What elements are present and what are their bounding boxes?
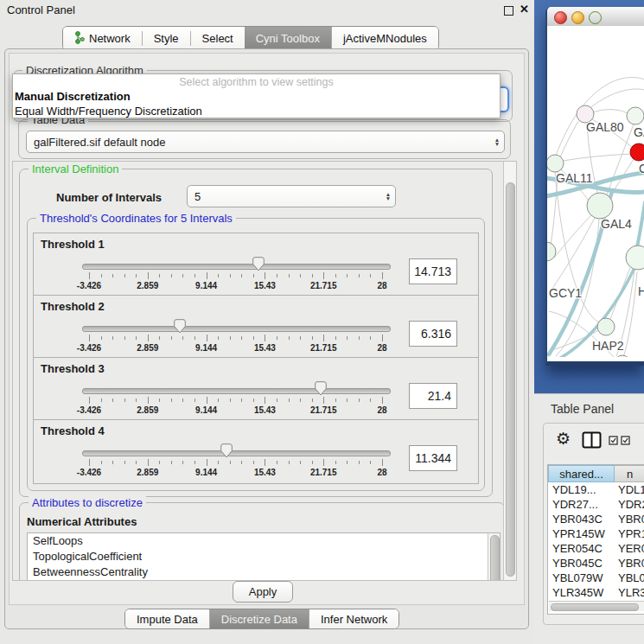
tick-mark — [112, 461, 113, 464]
tick-label: 2.859 — [137, 343, 158, 353]
table-horizontal-scrollbar[interactable] — [549, 601, 644, 611]
tick-mark — [159, 461, 160, 464]
slider-thumb[interactable] — [220, 443, 233, 458]
tick-mark — [230, 399, 231, 402]
number-of-intervals-combobox[interactable]: 5 ▲▼ — [187, 185, 396, 207]
table-row[interactable]: YPR145WYPR1 — [548, 526, 644, 541]
tick-mark — [171, 336, 172, 340]
cell-name: YDR2 — [615, 498, 644, 511]
tick-label: 21.715 — [310, 468, 337, 477]
table-panel-window: Table Panel ⚙ shared... n YDL19...YDL1YD… — [534, 393, 644, 644]
table-row[interactable]: YBR043CYBR0 — [548, 512, 644, 526]
slider-thumb[interactable] — [252, 257, 265, 271]
gear-icon[interactable]: ⚙ — [556, 430, 571, 447]
column-header-name[interactable]: n — [615, 465, 644, 482]
close-icon[interactable]: ✕ — [520, 3, 529, 16]
threshold-label: Threshold 3 — [41, 362, 105, 375]
tab-impute-data[interactable]: Impute Data — [125, 609, 209, 628]
control-panel: Control Panel ✕ NetworkStyleSelectCyni T… — [0, 0, 534, 644]
tick-mark — [136, 274, 137, 277]
float-window-icon[interactable] — [504, 6, 513, 16]
tick-mark — [182, 336, 183, 340]
tick-mark — [89, 459, 90, 466]
table-row[interactable]: YDL19...YDL1 — [548, 482, 644, 497]
list-item[interactable]: SelfLoops — [28, 533, 500, 549]
threshold-value-field[interactable]: 6.316 — [409, 321, 457, 347]
tick-label: 21.715 — [310, 405, 337, 415]
table-row[interactable]: YBL079WYBL0 — [548, 571, 644, 585]
slider-thumb[interactable] — [174, 319, 186, 334]
checkbox-icon[interactable] — [609, 436, 618, 445]
threshold-slider[interactable] — [82, 264, 391, 270]
node-label-hap-node: H — [638, 284, 644, 298]
tick-label: 9.144 — [195, 281, 217, 290]
tab-network[interactable]: Network — [63, 27, 142, 50]
slider-tick-labels: -3.4262.8599.14415.4321.71528 — [82, 405, 389, 416]
threshold-slider[interactable] — [82, 388, 391, 394]
cell-name: YLR3 — [615, 586, 644, 599]
threshold-slider[interactable] — [82, 450, 391, 456]
slider-thumb[interactable] — [315, 381, 327, 396]
scrollbar-thumb[interactable] — [490, 535, 500, 581]
node-hap-node[interactable] — [626, 245, 644, 270]
table-row[interactable]: YDR27...YDR2 — [548, 497, 644, 512]
attributes-list[interactable]: SelfLoopsTopologicalCoefficientBetweenne… — [27, 532, 501, 581]
threshold-slider[interactable] — [82, 326, 391, 332]
tick-mark — [312, 274, 313, 277]
close-traffic-light-icon[interactable] — [554, 11, 567, 24]
minimize-traffic-light-icon[interactable] — [571, 11, 584, 24]
tick-mark — [112, 336, 113, 340]
scrollbar-thumb[interactable] — [506, 182, 515, 577]
checkbox-icon[interactable] — [621, 436, 630, 445]
tab-discretize-data[interactable]: Discretize Data — [209, 609, 309, 628]
tick-mark — [124, 336, 125, 340]
cell-shared-name: YBR045C — [548, 557, 615, 570]
list-item[interactable]: BetweennessCentrality — [28, 564, 500, 580]
zoom-traffic-light-icon[interactable] — [589, 11, 602, 24]
tick-mark — [124, 399, 125, 402]
settings-scrollpane: Interval Definition Number of Intervals … — [12, 161, 517, 581]
tick-mark — [359, 336, 360, 340]
tick-mark — [335, 399, 336, 402]
tick-mark — [347, 274, 348, 277]
tick-mark — [241, 399, 242, 402]
list-item[interactable]: TopologicalCoefficient — [28, 549, 500, 564]
table-row[interactable]: YBR045CYBR0 — [548, 556, 644, 571]
table-header: shared... n — [548, 465, 644, 482]
table-row[interactable]: YLR345WYLR3 — [548, 585, 644, 600]
settings-scrollbar[interactable] — [503, 162, 516, 580]
threshold-value-field[interactable]: 21.4 — [409, 383, 457, 409]
dropdown-item-equal-width[interactable]: Equal Width/Frequency Discretization — [13, 104, 500, 118]
list-scrollbar[interactable] — [488, 533, 500, 581]
network-window-titlebar[interactable] — [547, 7, 644, 27]
node-gal11[interactable] — [547, 155, 564, 172]
column-layout-icon[interactable] — [582, 431, 602, 449]
node-gal4[interactable] — [587, 193, 613, 219]
tab-style[interactable]: Style — [143, 27, 190, 50]
apply-button[interactable]: Apply — [233, 581, 293, 603]
tick-label: 2.859 — [137, 468, 158, 477]
node-hap2[interactable] — [597, 318, 615, 335]
dropdown-item-manual[interactable]: Manual Discretization — [13, 89, 500, 104]
threshold-value-field[interactable]: 14.713 — [409, 258, 457, 284]
network-canvas[interactable]: GAL80GACGAL11GAL4GCY1HHAP2 — [547, 26, 644, 357]
cell-shared-name: YDL19... — [548, 483, 615, 496]
table-row[interactable]: YER054CYER0 — [548, 541, 644, 556]
tick-mark — [159, 336, 160, 340]
tab-select[interactable]: Select — [191, 27, 245, 50]
tab-cyni-toolbox[interactable]: Cyni Toolbox — [245, 27, 331, 50]
node-gcy1[interactable] — [547, 242, 556, 261]
tick-mark — [312, 399, 313, 402]
tab-jactivemnodules[interactable]: jActiveMNodules — [331, 27, 438, 50]
table-data-combobox[interactable]: galFiltered.sif default node ▲▼ — [26, 131, 505, 153]
tab-infer-network[interactable]: Infer Network — [309, 609, 399, 628]
node-gal-top[interactable] — [627, 107, 644, 124]
column-header-shared-name[interactable]: shared... — [548, 465, 615, 482]
tab-label: Impute Data — [137, 613, 198, 626]
tick-mark — [182, 274, 183, 277]
threshold-value-field[interactable]: 11.344 — [409, 445, 457, 471]
tick-mark — [370, 336, 371, 340]
node-red-node[interactable] — [630, 143, 644, 161]
scrollbar-thumb[interactable] — [551, 603, 639, 611]
slider-ticks — [82, 272, 389, 280]
